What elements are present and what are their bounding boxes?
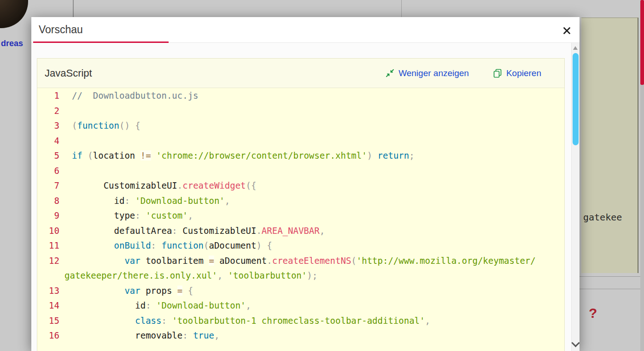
code-lines: 1// Downloadbutton.uc.js23(function() {4…	[37, 88, 564, 343]
line-number: 13	[47, 283, 59, 298]
language-label: JavaScript	[45, 67, 92, 79]
code-line: 2	[47, 103, 561, 119]
preview-modal: Vorschau JavaScript Weniger anzeigen	[31, 17, 580, 351]
collapse-link[interactable]: Weniger anzeigen	[386, 68, 469, 78]
code-line: 5if (location != 'chrome://browser/conte…	[47, 148, 561, 163]
line-number: 4	[47, 133, 59, 149]
line-number: 2	[47, 103, 59, 119]
code-text: gatekeeper/there.is.only.xul', 'toolbarb…	[64, 268, 317, 283]
modal-scrollbar-thumb[interactable]	[573, 53, 579, 145]
modal-scrollbar[interactable]	[571, 43, 580, 351]
close-button[interactable]	[561, 24, 573, 36]
code-text: id: 'Download-button',	[72, 193, 230, 208]
code-line: 1// Downloadbutton.uc.js	[47, 88, 561, 103]
code-line: 11 onBuild: function(aDocument) {	[47, 238, 561, 253]
code-text: // Downloadbutton.uc.js	[72, 88, 199, 103]
code-line: 12 var toolbaritem = aDocument.createEle…	[47, 253, 561, 268]
collapse-icon	[386, 69, 394, 77]
code-panel: JavaScript Weniger anzeigen Kopieren 1/	[37, 58, 565, 351]
line-number: 10	[47, 223, 59, 238]
line-number: 1	[47, 88, 59, 103]
code-line: 9 type: 'custom',	[47, 208, 561, 223]
code-text: (function() {	[72, 118, 141, 133]
code-text: removable: true,	[72, 328, 219, 343]
code-text: id: 'Download-button',	[72, 298, 251, 313]
code-line: gatekeeper/there.is.only.xul', 'toolbarb…	[47, 268, 561, 283]
modal-header: Vorschau	[31, 17, 580, 43]
copy-link[interactable]: Kopieren	[493, 68, 541, 78]
code-text: type: 'custom',	[72, 208, 193, 223]
scroll-down-chevron-icon[interactable]	[571, 339, 580, 347]
code-text: if (location != 'chrome://browser/conten…	[72, 148, 415, 163]
scroll-up-arrow-icon[interactable]	[573, 46, 578, 50]
line-number: 6	[47, 163, 59, 178]
code-line: 14 id: 'Download-button',	[47, 298, 561, 313]
code-line: 16 removable: true,	[47, 328, 561, 343]
line-number: 5	[47, 148, 59, 163]
code-line: 8 id: 'Download-button',	[47, 193, 561, 208]
line-number: 11	[47, 238, 59, 253]
code-line: 3(function() {	[47, 118, 561, 133]
close-icon	[563, 27, 571, 35]
line-number: 14	[47, 298, 59, 313]
code-line: 7 CustomizableUI.createWidget({	[47, 178, 561, 193]
modal-title: Vorschau	[39, 24, 83, 36]
collapse-label: Weniger anzeigen	[398, 68, 469, 78]
line-number: 7	[47, 178, 59, 193]
code-line: 10 defaultArea: CustomizableUI.AREA_NAVB…	[47, 223, 561, 238]
code-panel-header: JavaScript Weniger anzeigen Kopieren	[37, 59, 564, 88]
line-number: 9	[47, 208, 59, 223]
modal-body: JavaScript Weniger anzeigen Kopieren 1/	[31, 43, 571, 351]
code-line: 13 var props = {	[47, 283, 561, 298]
line-number	[47, 268, 59, 283]
copy-icon	[493, 69, 502, 78]
line-number: 8	[47, 193, 59, 208]
line-number: 12	[47, 253, 59, 268]
copy-label: Kopieren	[506, 68, 541, 78]
code-line: 6	[47, 163, 561, 178]
line-number: 15	[47, 313, 59, 328]
code-text: onBuild: function(aDocument) {	[72, 238, 272, 253]
line-number: 3	[47, 118, 59, 133]
code-text: var props = {	[72, 283, 193, 298]
code-text: defaultArea: CustomizableUI.AREA_NAVBAR,	[72, 223, 325, 238]
code-line: 4	[47, 133, 561, 149]
code-line: 15 class: 'toolbarbutton-1 chromeclass-t…	[47, 313, 561, 328]
code-text: CustomizableUI.createWidget({	[72, 178, 256, 193]
code-text: class: 'toolbarbutton-1 chromeclass-tool…	[72, 313, 430, 328]
line-number: 16	[47, 328, 59, 343]
code-text: var toolbaritem = aDocument.createElemen…	[72, 253, 536, 268]
